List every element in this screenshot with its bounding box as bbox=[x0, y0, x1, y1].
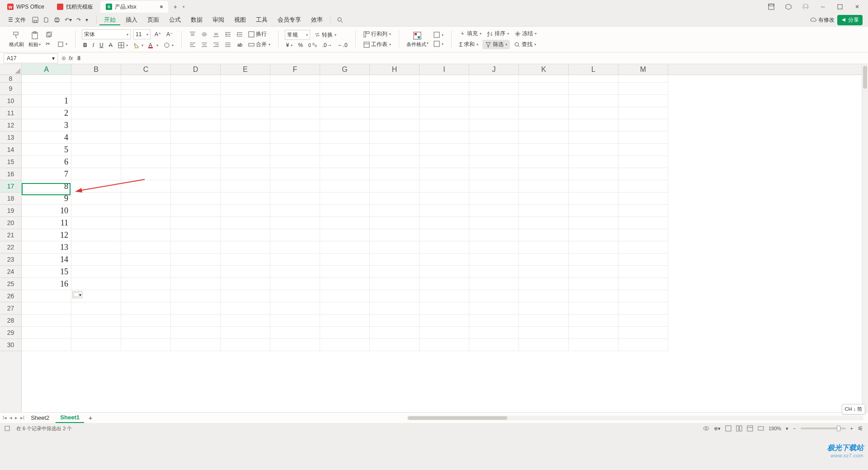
zoom-in-button[interactable]: + bbox=[850, 426, 853, 431]
cell-A14[interactable]: 5 bbox=[22, 144, 71, 156]
avatar-icon[interactable] bbox=[800, 1, 811, 12]
row-header-13[interactable]: 13 bbox=[0, 132, 21, 144]
cell-E23[interactable] bbox=[221, 254, 270, 266]
cell-M11[interactable] bbox=[618, 107, 668, 119]
font-size-select[interactable]: 11▾ bbox=[133, 29, 151, 39]
cell-D19[interactable] bbox=[171, 205, 221, 217]
cell-G15[interactable] bbox=[320, 156, 370, 168]
cell-H13[interactable] bbox=[370, 132, 420, 144]
row-header-22[interactable]: 22 bbox=[0, 241, 21, 254]
col-header-C[interactable]: C bbox=[121, 64, 171, 75]
cell-L27[interactable] bbox=[569, 302, 618, 315]
cell-F26[interactable] bbox=[270, 290, 320, 302]
cell-C27[interactable] bbox=[121, 302, 171, 315]
percent-button[interactable]: % bbox=[297, 42, 304, 49]
cell-J26[interactable] bbox=[469, 290, 519, 302]
cell-H19[interactable] bbox=[370, 205, 420, 217]
cell-J27[interactable] bbox=[469, 302, 519, 315]
cell-C17[interactable] bbox=[121, 180, 171, 193]
view-normal-icon[interactable] bbox=[725, 425, 731, 432]
cell-F24[interactable] bbox=[270, 266, 320, 278]
cell-F25[interactable] bbox=[270, 278, 320, 290]
cell-K29[interactable] bbox=[519, 327, 569, 339]
row-header-20[interactable]: 20 bbox=[0, 217, 21, 229]
cell-H27[interactable] bbox=[370, 302, 420, 315]
cell-L30[interactable] bbox=[569, 339, 618, 351]
cell-B29[interactable] bbox=[71, 327, 121, 339]
cell-K27[interactable] bbox=[519, 302, 569, 315]
cell-A9[interactable] bbox=[22, 83, 71, 95]
print-preview-icon[interactable] bbox=[43, 17, 49, 23]
cell-K16[interactable] bbox=[519, 168, 569, 180]
cell-F13[interactable] bbox=[270, 132, 320, 144]
cell-J14[interactable] bbox=[469, 144, 519, 156]
sheet-nav-first[interactable]: I◂ bbox=[3, 415, 7, 421]
view-page-icon[interactable] bbox=[736, 425, 742, 432]
cell-B12[interactable] bbox=[71, 119, 121, 132]
row-header-15[interactable]: 15 bbox=[0, 156, 21, 168]
vertical-scrollbar[interactable] bbox=[862, 64, 868, 412]
cell-I13[interactable] bbox=[420, 132, 469, 144]
thousands-button[interactable]: 0⁰₀ bbox=[307, 42, 318, 49]
menu-view[interactable]: 视图 bbox=[230, 14, 250, 25]
align-right-button[interactable] bbox=[212, 41, 221, 48]
cell-A16[interactable]: 7 bbox=[22, 168, 71, 180]
cell-E29[interactable] bbox=[221, 327, 270, 339]
cell-C28[interactable] bbox=[121, 315, 171, 327]
cell-G20[interactable] bbox=[320, 217, 370, 229]
cell-L11[interactable] bbox=[569, 107, 618, 119]
cell-K14[interactable] bbox=[519, 144, 569, 156]
cell-G27[interactable] bbox=[320, 302, 370, 315]
row-header-12[interactable]: 12 bbox=[0, 119, 21, 132]
col-header-E[interactable]: E bbox=[221, 64, 270, 75]
font-name-select[interactable]: 宋体▾ bbox=[82, 29, 131, 39]
cell-B20[interactable] bbox=[71, 217, 121, 229]
cell-B25[interactable] bbox=[71, 278, 121, 290]
cell-J25[interactable] bbox=[469, 278, 519, 290]
cell-G18[interactable] bbox=[320, 193, 370, 205]
cell-G24[interactable] bbox=[320, 266, 370, 278]
cell-E13[interactable] bbox=[221, 132, 270, 144]
formula-input[interactable] bbox=[75, 55, 868, 61]
row-header-11[interactable]: 11 bbox=[0, 107, 21, 119]
cell-D30[interactable] bbox=[171, 339, 221, 351]
cell-H16[interactable] bbox=[370, 168, 420, 180]
row-header-14[interactable]: 14 bbox=[0, 144, 21, 156]
cell-G11[interactable] bbox=[320, 107, 370, 119]
cell-M9[interactable] bbox=[618, 83, 668, 95]
col-header-M[interactable]: M bbox=[618, 64, 668, 75]
cell-H14[interactable] bbox=[370, 144, 420, 156]
cell-E12[interactable] bbox=[221, 119, 270, 132]
cell-M16[interactable] bbox=[618, 168, 668, 180]
cell-G12[interactable] bbox=[320, 119, 370, 132]
cell-K26[interactable] bbox=[519, 290, 569, 302]
cell-G22[interactable] bbox=[320, 241, 370, 254]
cell-M28[interactable] bbox=[618, 315, 668, 327]
cell-I25[interactable] bbox=[420, 278, 469, 290]
layout-icon[interactable] bbox=[766, 1, 777, 12]
zoom-slider[interactable] bbox=[801, 428, 846, 429]
cell-I18[interactable] bbox=[420, 193, 469, 205]
cell-F18[interactable] bbox=[270, 193, 320, 205]
cell-H12[interactable] bbox=[370, 119, 420, 132]
cell-B19[interactable] bbox=[71, 205, 121, 217]
cell-K18[interactable] bbox=[519, 193, 569, 205]
cell-A20[interactable]: 11 bbox=[22, 217, 71, 229]
cell-I10[interactable] bbox=[420, 95, 469, 107]
view-reading-icon[interactable] bbox=[758, 425, 764, 432]
conditional-format-button[interactable]: 条件格式▾ bbox=[406, 31, 429, 48]
cell-K15[interactable] bbox=[519, 156, 569, 168]
cell-F19[interactable] bbox=[270, 205, 320, 217]
align-middle-button[interactable] bbox=[200, 31, 209, 38]
cell-D11[interactable] bbox=[171, 107, 221, 119]
cell-F15[interactable] bbox=[270, 156, 320, 168]
minimize-button[interactable]: ─ bbox=[817, 1, 828, 12]
cell-C9[interactable] bbox=[121, 83, 171, 95]
cell-D16[interactable] bbox=[171, 168, 221, 180]
template-tab[interactable]: 找稻壳模板 bbox=[52, 1, 99, 13]
maximize-button[interactable] bbox=[835, 1, 845, 12]
cell-M22[interactable] bbox=[618, 241, 668, 254]
file-tab[interactable]: S 产品.xlsx bbox=[100, 1, 168, 13]
cell-E20[interactable] bbox=[221, 217, 270, 229]
cell-K28[interactable] bbox=[519, 315, 569, 327]
